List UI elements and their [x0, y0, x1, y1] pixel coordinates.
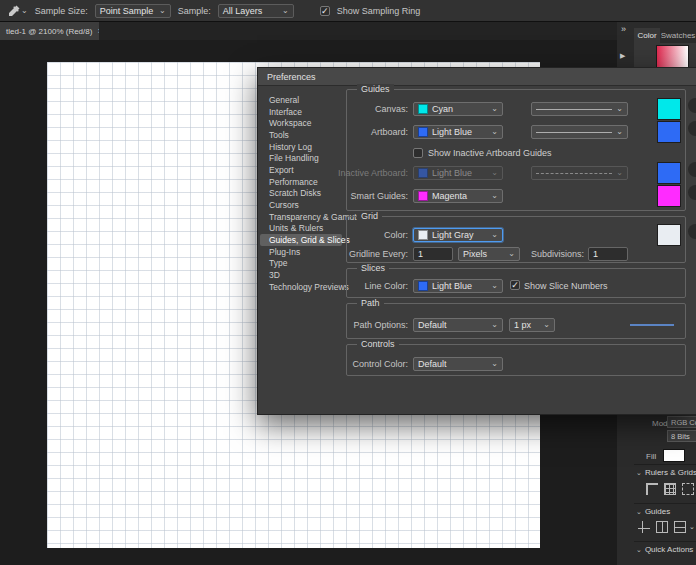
preferences-sidebar-item[interactable]: 3D [260, 269, 342, 281]
new-guide-icon[interactable] [638, 521, 650, 533]
section-guides[interactable]: ⌄Guides [636, 507, 670, 516]
sample-dropdown[interactable]: All Layers ⌄ [218, 4, 294, 18]
chevron-down-icon: ⌄ [636, 469, 642, 476]
grid-icon[interactable] [664, 483, 676, 495]
smart-guides-color-swatch[interactable] [657, 185, 681, 207]
chevron-down-icon: ⌄ [21, 7, 28, 15]
guide-options-chevron-icon[interactable]: ⌄ [689, 523, 695, 531]
sample-size-value: Point Sample [100, 6, 154, 16]
inactive-artboard-color-mini-swatch [418, 168, 428, 178]
pixel-grid-icon[interactable] [682, 483, 694, 495]
dialog-edge-button[interactable] [688, 98, 696, 113]
line-style-preview [536, 109, 612, 110]
artboard-guide-color-swatch[interactable] [657, 121, 681, 143]
sample-size-dropdown[interactable]: Point Sample ⌄ [95, 4, 171, 18]
panel-divider [634, 464, 696, 465]
slice-line-color-mini-swatch [418, 281, 428, 291]
fill-label: Fill [646, 452, 656, 461]
chevron-down-icon: ⌄ [491, 128, 498, 136]
preferences-sidebar-item[interactable]: File Handling [260, 152, 342, 164]
dialog-edge-button[interactable] [688, 224, 696, 239]
preferences-sidebar-item[interactable]: Type [260, 258, 342, 270]
tab-color[interactable]: Color [634, 28, 660, 43]
chevron-down-icon: ⌄ [636, 546, 642, 553]
chevron-down-icon: ⌄ [159, 7, 166, 15]
inactive-artboard-line-style-dropdown: ⌄ [531, 166, 628, 180]
dialog-title: Preferences [258, 68, 696, 86]
chevron-down-icon: ⌄ [491, 169, 498, 177]
gridline-every-input[interactable]: 1 [413, 247, 453, 261]
control-color-label: Control Color: [316, 359, 408, 369]
line-style-preview [536, 173, 612, 174]
show-slice-numbers-checkbox[interactable]: ✓ [510, 280, 520, 290]
artboard-line-style-dropdown[interactable]: ⌄ [531, 125, 628, 139]
show-sampling-ring-label: Show Sampling Ring [337, 6, 421, 16]
document-tab-bar: tled-1 @ 2100% (Red/8) × [0, 22, 617, 40]
bit-depth-dropdown[interactable]: 8 Bits [667, 430, 696, 442]
rulers-icon[interactable] [646, 483, 658, 495]
dialog-edge-button[interactable] [688, 121, 696, 136]
preferences-sidebar-item[interactable]: History Log [260, 141, 342, 153]
path-preview-line [630, 324, 674, 326]
chevron-down-icon: ⌄ [491, 192, 498, 200]
controls-section-title: Controls [357, 339, 399, 349]
path-options-dropdown[interactable]: Default ⌄ [413, 318, 503, 332]
collapse-panels-icon[interactable]: » [621, 24, 626, 34]
canvas-color-mini-swatch [418, 104, 428, 114]
dialog-edge-button[interactable] [688, 162, 696, 177]
close-icon[interactable]: × [97, 26, 99, 36]
show-sampling-ring-checkbox[interactable]: ✓ [320, 6, 330, 16]
eyedropper-tool-icon[interactable]: ⌄ [8, 4, 28, 17]
chevron-down-icon: ⌄ [616, 128, 623, 136]
slice-line-color-dropdown[interactable]: Light Blue ⌄ [413, 279, 503, 293]
smart-guides-color-mini-swatch [418, 191, 428, 201]
gridline-every-label: Gridline Every: [316, 249, 408, 259]
preferences-dialog: Preferences GeneralInterfaceWorkspaceToo… [257, 67, 696, 415]
chevron-down-icon: ⌄ [491, 321, 498, 329]
control-color-dropdown[interactable]: Default ⌄ [413, 357, 503, 371]
canvas-guide-color-swatch[interactable] [657, 98, 681, 120]
grid-color-swatch[interactable] [657, 224, 681, 246]
canvas-line-style-dropdown[interactable]: ⌄ [531, 102, 628, 116]
path-options-label: Path Options: [316, 320, 408, 330]
tab-swatches[interactable]: Swatches [660, 28, 696, 43]
chevron-down-icon: ⌄ [616, 105, 623, 113]
guide-layout-icon[interactable] [656, 521, 668, 533]
panel-divider [634, 503, 696, 504]
chevron-down-icon: ⌄ [491, 282, 498, 290]
chevron-down-icon: ⌄ [491, 105, 498, 113]
expand-panel-icon[interactable]: ▶ [620, 52, 625, 60]
canvas-color-dropdown[interactable]: Cyan ⌄ [413, 102, 503, 116]
guide-rows-icon[interactable] [674, 521, 686, 533]
inactive-artboard-color-dropdown: Light Blue ⌄ [413, 166, 503, 180]
grid-color-dropdown[interactable]: Light Gray ⌄ [413, 228, 503, 242]
gridline-units-dropdown[interactable]: Pixels ⌄ [458, 247, 520, 261]
inactive-artboard-color-swatch[interactable] [657, 162, 681, 184]
panel-divider [634, 541, 696, 542]
chevron-down-icon: ⌄ [282, 7, 289, 15]
slice-line-color-label: Line Color: [316, 281, 408, 291]
section-rulers-grids[interactable]: ⌄Rulers & Grids [636, 468, 696, 477]
sample-size-label: Sample Size: [35, 6, 88, 16]
options-bar: ⌄ Sample Size: Point Sample ⌄ Sample: Al… [0, 0, 696, 22]
show-inactive-artboard-guides-checkbox[interactable] [413, 148, 423, 158]
chevron-down-icon: ⌄ [636, 508, 642, 515]
subdivisions-input[interactable]: 1 [588, 247, 628, 261]
artboard-color-mini-swatch [418, 127, 428, 137]
chevron-down-icon: ⌄ [543, 321, 550, 329]
document-tab[interactable]: tled-1 @ 2100% (Red/8) × [0, 22, 99, 40]
chevron-down-icon: ⌄ [616, 169, 623, 177]
preferences-sidebar-item[interactable]: Transparency & Gamut [260, 211, 342, 223]
fill-swatch[interactable] [663, 449, 685, 462]
guides-section-title: Guides [357, 84, 394, 94]
smart-guides-color-dropdown[interactable]: Magenta ⌄ [413, 189, 503, 203]
document-tab-title: tled-1 @ 2100% (Red/8) [6, 27, 92, 36]
section-quick-actions[interactable]: ⌄Quick Actions [636, 545, 693, 554]
dialog-edge-button[interactable] [688, 185, 696, 200]
path-width-dropdown[interactable]: 1 px ⌄ [509, 318, 555, 332]
smart-guides-label: Smart Guides: [316, 191, 408, 201]
artboard-color-dropdown[interactable]: Light Blue ⌄ [413, 125, 503, 139]
mode-dropdown[interactable]: RGB Colo [667, 416, 696, 428]
sample-value: All Layers [223, 6, 263, 16]
inactive-artboard-label: Inactive Artboard: [316, 168, 408, 178]
